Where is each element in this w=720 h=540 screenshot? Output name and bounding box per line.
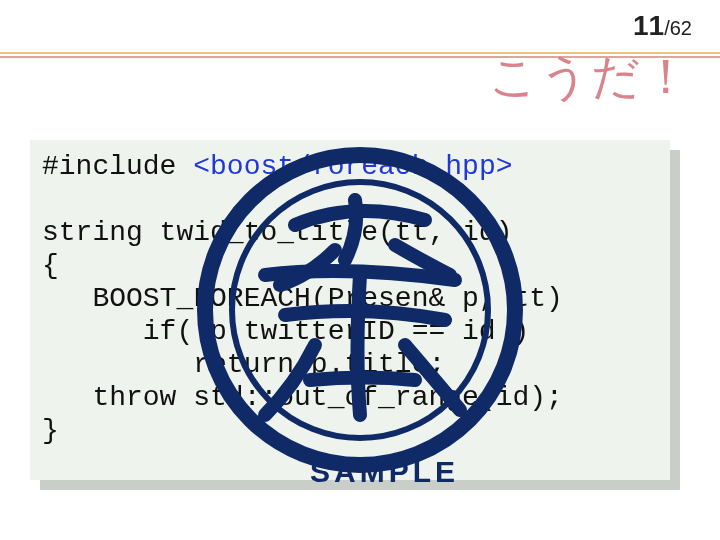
code-line-1-prefix: #include <box>42 151 193 182</box>
code-block: #include <boost/foreach.hpp> string twid… <box>30 140 670 480</box>
slide-title: こうだ！ <box>489 45 692 109</box>
code-line-7: return p.title; <box>42 349 445 380</box>
code-line-5: BOOST_FOREACH(Presen& p, tt) <box>42 283 563 314</box>
sample-watermark: SAMPLE <box>310 455 459 489</box>
code-line-6: if( p.twitterID == id ) <box>42 316 529 347</box>
page-total: 62 <box>670 17 692 39</box>
page-counter: 11/62 <box>633 10 692 42</box>
code-line-9: } <box>42 415 59 446</box>
code-line-1-header: <boost/foreach.hpp> <box>193 151 512 182</box>
page-current: 11 <box>633 10 664 41</box>
code-line-8: throw std::out_of_range(id); <box>42 382 563 413</box>
code-line-3: string twid_to_title(tt, id) <box>42 217 512 248</box>
code-line-4: { <box>42 250 59 281</box>
